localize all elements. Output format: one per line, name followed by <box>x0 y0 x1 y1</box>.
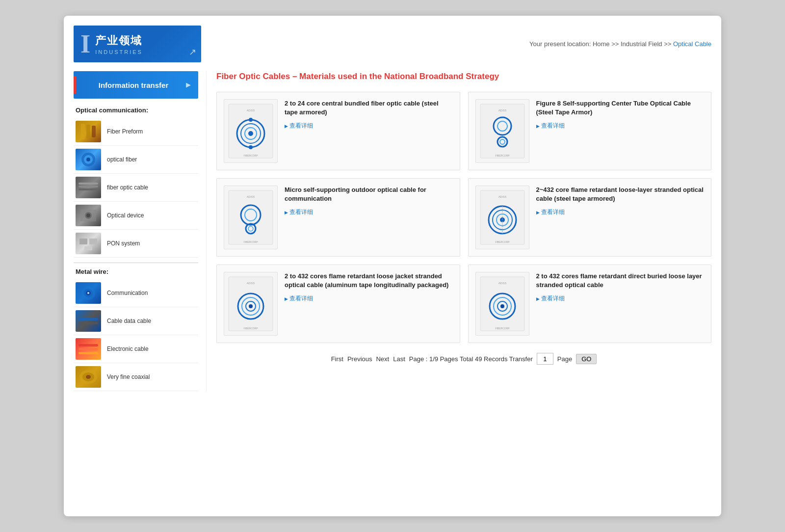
svg-rect-12 <box>79 239 87 244</box>
product-name-3: Micro self-supporting outdoor optical ca… <box>285 186 453 203</box>
svg-text:FIBERCORP: FIBERCORP <box>495 240 510 243</box>
svg-point-18 <box>87 292 89 294</box>
sidebar-item-pon-system[interactable]: PON system <box>74 230 198 258</box>
pagination-info: Page : 1/9 Pages Total 49 Records Transf… <box>409 355 533 363</box>
pon-system-label: PON system <box>107 240 140 247</box>
product-info-6: 2 to 432 cores flame retardant direct bu… <box>536 272 705 303</box>
svg-rect-21 <box>78 344 98 346</box>
product-link-2[interactable]: 查看详细 <box>536 122 705 130</box>
sidebar-item-fiber-optic-cable[interactable]: fiber optic cable <box>74 174 198 202</box>
electronic-cable-label: Electronic cable <box>107 346 149 352</box>
sidebar-item-optical-device[interactable]: Optical device <box>74 202 198 230</box>
product-info-2: Figure 8 Self-supporting Center Tube Opt… <box>536 99 705 130</box>
svg-rect-6 <box>78 186 98 187</box>
product-name-6: 2 to 432 cores flame retardant direct bu… <box>536 272 705 290</box>
product-name-4: 2~432 core flame retardant loose-layer s… <box>536 186 705 203</box>
fiber-optic-cable-label: fiber optic cable <box>107 184 148 191</box>
pagination-first[interactable]: First <box>331 355 343 363</box>
product-link-4[interactable]: 查看详细 <box>536 208 705 216</box>
svg-point-26 <box>86 375 91 379</box>
product-name-1: 2 to 24 core central bundled fiber optic… <box>285 99 453 117</box>
optical-fiber-image <box>76 149 101 170</box>
sidebar-item-electronic-cable[interactable]: Electronic cable <box>74 335 198 363</box>
svg-rect-66 <box>480 277 524 331</box>
sidebar-nav-label: Information transfer <box>99 81 169 89</box>
sidebar-item-cable-data[interactable]: Cable data cable <box>74 307 198 335</box>
pagination-next[interactable]: Next <box>376 355 389 363</box>
product-card-5: ADSS FIBERCORP 2 to 432 cores flame reta… <box>216 265 460 343</box>
product-link-5[interactable]: 查看详细 <box>285 294 453 303</box>
sidebar-item-very-fine-coaxial[interactable]: Very fine coaxial <box>74 363 198 391</box>
product-name-5: 2 to 432 cores flame retardant loose jac… <box>285 272 453 290</box>
sidebar-nav-information-transfer[interactable]: Information transfer ▶ <box>74 71 198 99</box>
svg-text:FIBERCORP: FIBERCORP <box>495 327 510 330</box>
svg-point-71 <box>500 304 504 308</box>
main-content: Fiber Optic Cables – Materials used in t… <box>206 71 711 391</box>
svg-rect-8 <box>78 183 98 185</box>
product-info-5: 2 to 432 cores flame retardant loose jac… <box>285 272 453 303</box>
product-card-2: ADSS FIBERCORP Figure 8 Self-supporting … <box>468 92 712 170</box>
product-link-6[interactable]: 查看详细 <box>536 294 705 303</box>
communication-label: Communication <box>107 290 148 296</box>
product-card-6: ADSS FIBERCORP 2 to 432 cores flame reta… <box>468 265 712 343</box>
very-fine-coaxial-label: Very fine coaxial <box>107 373 150 380</box>
sidebar-item-fiber-preform[interactable]: Fiber Preform <box>74 118 198 146</box>
pagination-previous[interactable]: Previous <box>347 355 372 363</box>
product-image-5: ADSS FIBERCORP <box>224 272 278 336</box>
svg-text:FIBERCORP: FIBERCORP <box>243 327 258 330</box>
product-info-3: Micro self-supporting outdoor optical ca… <box>285 186 453 216</box>
svg-text:FIBERCORP: FIBERCORP <box>495 154 510 157</box>
logo-cn: 产业领域 <box>95 33 143 48</box>
product-link-1[interactable]: 查看详细 <box>285 122 453 130</box>
breadcrumb-prefix: Your present location: Home >> Industria… <box>529 40 673 48</box>
logo-arrow-icon: ↗ <box>189 47 196 57</box>
very-fine-coaxial-image <box>76 366 101 388</box>
svg-point-63 <box>249 304 253 308</box>
main-window: I 产业领域 INDUSTRIES ↗ Your present locatio… <box>64 16 721 516</box>
logo[interactable]: I 产业领域 INDUSTRIES ↗ <box>74 26 201 62</box>
svg-rect-58 <box>229 277 273 331</box>
breadcrumb-link[interactable]: Optical Cable <box>673 40 711 48</box>
logo-letter-i: I <box>80 31 90 57</box>
pagination-last[interactable]: Last <box>393 355 405 363</box>
product-image-3: ADSS FIBERCORP <box>224 186 278 249</box>
product-card-3: ADSS FIBERCORP Micro self-supporting out… <box>216 178 460 257</box>
sidebar-divider <box>74 263 198 263</box>
svg-point-32 <box>248 131 253 136</box>
product-link-3[interactable]: 查看详细 <box>285 208 453 216</box>
product-info-4: 2~432 core flame retardant loose-layer s… <box>536 186 705 216</box>
communication-image <box>76 282 101 304</box>
svg-text:ADSS: ADSS <box>247 195 255 198</box>
svg-text:ADSS: ADSS <box>498 109 506 112</box>
pagination-transfer-input[interactable] <box>537 353 553 365</box>
optical-device-image <box>76 205 101 226</box>
svg-rect-2 <box>92 126 96 137</box>
page-title: Fiber Optic Cables – Materials used in t… <box>216 71 711 82</box>
sidebar-item-optical-fiber[interactable]: optical fiber <box>74 146 198 174</box>
product-name-2: Figure 8 Self-supporting Center Tube Opt… <box>536 99 705 117</box>
logo-text: 产业领域 INDUSTRIES <box>95 33 143 55</box>
svg-point-34 <box>249 145 253 149</box>
nav-arrow-icon: ▶ <box>186 81 190 88</box>
svg-rect-1 <box>86 125 90 138</box>
pagination: First Previous Next Last Page : 1/9 Page… <box>216 353 711 365</box>
sidebar-item-communication[interactable]: Communication <box>74 279 198 307</box>
pagination-go-button[interactable]: GO <box>576 354 597 364</box>
svg-rect-43 <box>229 190 273 244</box>
svg-rect-22 <box>78 348 98 350</box>
svg-rect-14 <box>84 246 92 250</box>
products-grid: ADSS FIBERCORP 2 to 24 core central bund… <box>216 92 711 343</box>
breadcrumb: Your present location: Home >> Industria… <box>529 40 711 48</box>
optical-fiber-label: optical fiber <box>107 156 137 163</box>
svg-rect-20 <box>78 322 98 324</box>
svg-rect-7 <box>78 188 98 190</box>
cable-data-label: Cable data cable <box>107 318 151 324</box>
svg-rect-13 <box>89 239 97 244</box>
sidebar-section-metal: Metal wire: <box>76 268 198 275</box>
svg-text:ADSS: ADSS <box>247 109 255 112</box>
pon-system-image <box>76 233 101 254</box>
sidebar-metal-list: Communication Cable data cable <box>74 279 198 391</box>
sidebar-section-optical: Optical communication: <box>76 106 198 114</box>
fiber-optic-cable-image <box>76 177 101 198</box>
product-image-2: ADSS FIBERCORP <box>475 99 529 163</box>
